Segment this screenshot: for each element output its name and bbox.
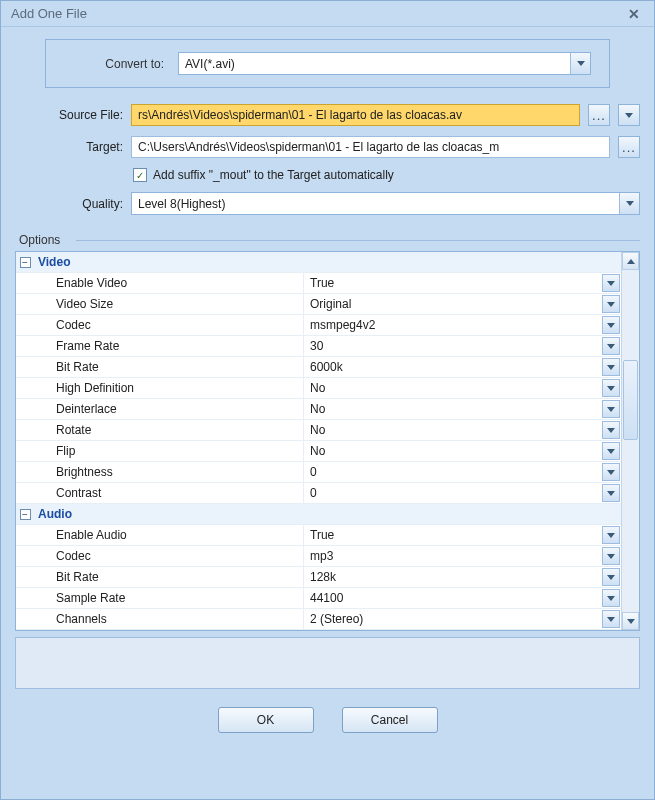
suffix-checkbox[interactable]: ✓	[133, 168, 147, 182]
option-value: 2 (Stereo)	[304, 612, 602, 626]
option-value-cell[interactable]: 6000k	[304, 357, 621, 377]
option-row: FlipNo	[16, 441, 621, 462]
chevron-down-icon[interactable]	[602, 547, 620, 565]
chevron-down-icon[interactable]	[602, 358, 620, 376]
option-row: Brightness0	[16, 462, 621, 483]
option-value-cell[interactable]: No	[304, 441, 621, 461]
option-key: High Definition	[34, 378, 304, 398]
option-value-cell[interactable]: msmpeg4v2	[304, 315, 621, 335]
option-row: Video SizeOriginal	[16, 294, 621, 315]
target-row: Target: C:\Users\Andrés\Videos\spiderman…	[15, 136, 640, 158]
chevron-down-icon[interactable]	[602, 484, 620, 502]
source-dropdown-button[interactable]	[618, 104, 640, 126]
option-value: True	[304, 276, 602, 290]
option-row: Codecmp3	[16, 546, 621, 567]
target-input[interactable]: C:\Users\Andrés\Videos\spiderman\01 - El…	[131, 136, 610, 158]
option-value-cell[interactable]: 0	[304, 483, 621, 503]
chevron-down-icon[interactable]	[619, 193, 639, 214]
option-value: mp3	[304, 549, 602, 563]
scrollbar-track[interactable]	[622, 270, 639, 612]
close-icon[interactable]: ✕	[624, 6, 644, 22]
chevron-down-icon[interactable]	[602, 421, 620, 439]
option-row: Bit Rate128k	[16, 567, 621, 588]
option-value: No	[304, 381, 602, 395]
option-value-cell[interactable]: No	[304, 399, 621, 419]
quality-label: Quality:	[15, 197, 123, 211]
option-row: Channels2 (Stereo)	[16, 609, 621, 630]
option-value-cell[interactable]: 30	[304, 336, 621, 356]
chevron-down-icon[interactable]	[602, 568, 620, 586]
titlebar: Add One File ✕	[1, 1, 654, 27]
option-row: Codecmsmpeg4v2	[16, 315, 621, 336]
source-file-input[interactable]: rs\Andrés\Videos\spiderman\01 - El lagar…	[131, 104, 580, 126]
option-key: Enable Video	[34, 273, 304, 293]
suffix-row: ✓ Add suffix "_mout" to the Target autom…	[133, 168, 640, 182]
target-value: C:\Users\Andrés\Videos\spiderman\01 - El…	[138, 140, 499, 154]
option-value-cell[interactable]: True	[304, 273, 621, 293]
chevron-down-icon[interactable]	[602, 589, 620, 607]
option-value: 0	[304, 486, 602, 500]
section-header-video[interactable]: −Video	[16, 252, 621, 273]
chevron-down-icon[interactable]	[602, 274, 620, 292]
chevron-down-icon[interactable]	[602, 610, 620, 628]
option-key: Channels	[34, 609, 304, 629]
description-panel	[15, 637, 640, 689]
option-value: True	[304, 528, 602, 542]
option-value-cell[interactable]: mp3	[304, 546, 621, 566]
source-browse-button[interactable]: ...	[588, 104, 610, 126]
chevron-down-icon[interactable]	[602, 316, 620, 334]
window-title: Add One File	[11, 6, 624, 21]
option-row: Contrast0	[16, 483, 621, 504]
options-label: Options	[19, 233, 60, 247]
option-value-cell[interactable]: No	[304, 420, 621, 440]
option-key: Sample Rate	[34, 588, 304, 608]
option-value: 128k	[304, 570, 602, 584]
chevron-down-icon[interactable]	[602, 295, 620, 313]
chevron-down-icon[interactable]	[602, 463, 620, 481]
option-value-cell[interactable]: 128k	[304, 567, 621, 587]
convert-to-combo[interactable]: AVI(*.avi)	[178, 52, 591, 75]
chevron-down-icon[interactable]	[602, 337, 620, 355]
scrollbar-thumb[interactable]	[623, 360, 638, 440]
option-value: No	[304, 444, 602, 458]
chevron-down-icon[interactable]	[602, 442, 620, 460]
option-key: Codec	[34, 546, 304, 566]
option-value-cell[interactable]: True	[304, 525, 621, 545]
option-key: Deinterlace	[34, 399, 304, 419]
option-value: 6000k	[304, 360, 602, 374]
option-value-cell[interactable]: 44100	[304, 588, 621, 608]
chevron-down-icon[interactable]	[602, 379, 620, 397]
option-value: Original	[304, 297, 602, 311]
option-row: Enable VideoTrue	[16, 273, 621, 294]
section-header-audio[interactable]: −Audio	[16, 504, 621, 525]
vertical-scrollbar[interactable]	[621, 252, 639, 630]
quality-combo[interactable]: Level 8(Highest)	[131, 192, 640, 215]
collapse-icon[interactable]: −	[20, 257, 31, 268]
target-browse-button[interactable]: ...	[618, 136, 640, 158]
options-header: Options	[19, 233, 640, 247]
options-grid: −VideoEnable VideoTrueVideo SizeOriginal…	[15, 251, 640, 631]
option-key: Codec	[34, 315, 304, 335]
scroll-up-button[interactable]	[622, 252, 639, 270]
option-row: Sample Rate44100	[16, 588, 621, 609]
quality-value: Level 8(Highest)	[132, 197, 619, 211]
chevron-down-icon[interactable]	[602, 400, 620, 418]
option-row: Enable AudioTrue	[16, 525, 621, 546]
chevron-down-icon[interactable]	[602, 526, 620, 544]
option-value: 0	[304, 465, 602, 479]
option-key: Rotate	[34, 420, 304, 440]
option-row: Frame Rate30	[16, 336, 621, 357]
option-value: No	[304, 423, 602, 437]
option-key: Bit Rate	[34, 357, 304, 377]
chevron-down-icon[interactable]	[570, 53, 590, 74]
option-value: 44100	[304, 591, 602, 605]
option-value-cell[interactable]: Original	[304, 294, 621, 314]
ok-button[interactable]: OK	[218, 707, 314, 733]
collapse-icon[interactable]: −	[20, 509, 31, 520]
option-value-cell[interactable]: No	[304, 378, 621, 398]
cancel-button[interactable]: Cancel	[342, 707, 438, 733]
option-value-cell[interactable]: 0	[304, 462, 621, 482]
scroll-down-button[interactable]	[622, 612, 639, 630]
dialog-buttons: OK Cancel	[15, 689, 640, 747]
option-value-cell[interactable]: 2 (Stereo)	[304, 609, 621, 629]
